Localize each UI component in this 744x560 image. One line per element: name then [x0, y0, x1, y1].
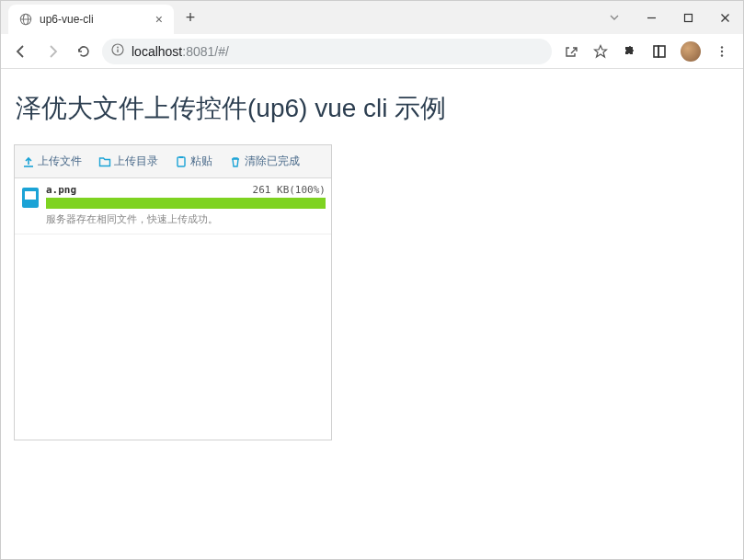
file-list[interactable]: a.png 261 KB(100%) 服务器存在相同文件，快速上传成功。 [15, 178, 331, 440]
file-name: a.png [46, 184, 76, 196]
upload-file-label: 上传文件 [38, 154, 82, 169]
upload-dir-label: 上传目录 [114, 154, 158, 169]
clear-done-label: 清除已完成 [245, 154, 300, 169]
svg-point-12 [721, 46, 723, 48]
file-status: 服务器存在相同文件，快速上传成功。 [46, 212, 326, 226]
svg-rect-4 [684, 14, 692, 21]
tab-title: up6-vue-cli [40, 13, 148, 26]
clipboard-icon [175, 155, 188, 168]
svg-point-13 [721, 50, 723, 51]
browser-tab[interactable]: up6-vue-cli × [8, 5, 174, 34]
trash-icon [229, 155, 242, 168]
close-window-button[interactable] [706, 1, 743, 34]
maximize-button[interactable] [670, 1, 706, 34]
globe-icon [19, 13, 32, 26]
file-item: a.png 261 KB(100%) 服务器存在相同文件，快速上传成功。 [15, 178, 331, 234]
page-title: 泽优大文件上传控件(up6) vue cli 示例 [14, 91, 730, 126]
close-tab-icon[interactable]: × [155, 12, 163, 27]
upload-dir-button[interactable]: 上传目录 [98, 154, 158, 169]
svg-rect-16 [177, 157, 185, 166]
bookmark-star-icon[interactable] [592, 43, 609, 60]
upload-file-button[interactable]: 上传文件 [22, 154, 82, 169]
menu-icon[interactable] [714, 43, 730, 60]
svg-point-14 [721, 54, 723, 56]
svg-rect-17 [179, 156, 183, 158]
folder-icon [98, 155, 111, 168]
share-icon[interactable] [563, 43, 579, 60]
url-text: localhost:8081/#/ [132, 44, 229, 59]
page-content: 泽优大文件上传控件(up6) vue cli 示例 上传文件 上传目录 粘贴 清… [1, 69, 743, 463]
extensions-icon[interactable] [622, 43, 638, 60]
forward-button[interactable] [40, 39, 65, 64]
svg-point-8 [117, 47, 119, 49]
chevron-down-icon[interactable] [596, 1, 633, 34]
address-bar: localhost:8081/#/ [1, 34, 743, 69]
paste-label: 粘贴 [190, 154, 212, 169]
reload-button[interactable] [71, 39, 97, 64]
progress-bar [46, 198, 326, 209]
minimize-button[interactable] [633, 1, 670, 34]
paste-button[interactable]: 粘贴 [175, 154, 212, 169]
clear-done-button[interactable]: 清除已完成 [229, 154, 300, 169]
file-size: 261 KB(100%) [253, 184, 326, 196]
upload-panel: 上传文件 上传目录 粘贴 清除已完成 a. [14, 144, 332, 440]
file-type-icon [20, 186, 40, 210]
upload-file-icon [22, 155, 35, 168]
url-input[interactable]: localhost:8081/#/ [102, 39, 552, 64]
tab-bar: up6-vue-cli × + [1, 1, 743, 34]
reading-list-icon[interactable] [651, 43, 668, 60]
site-info-icon[interactable] [111, 43, 124, 59]
svg-rect-11 [658, 46, 665, 57]
profile-avatar[interactable] [681, 41, 701, 62]
new-tab-button[interactable]: + [177, 5, 203, 30]
window-controls [596, 1, 743, 34]
upload-toolbar: 上传文件 上传目录 粘贴 清除已完成 [15, 145, 331, 178]
svg-rect-19 [25, 191, 36, 200]
back-button[interactable] [8, 39, 34, 64]
